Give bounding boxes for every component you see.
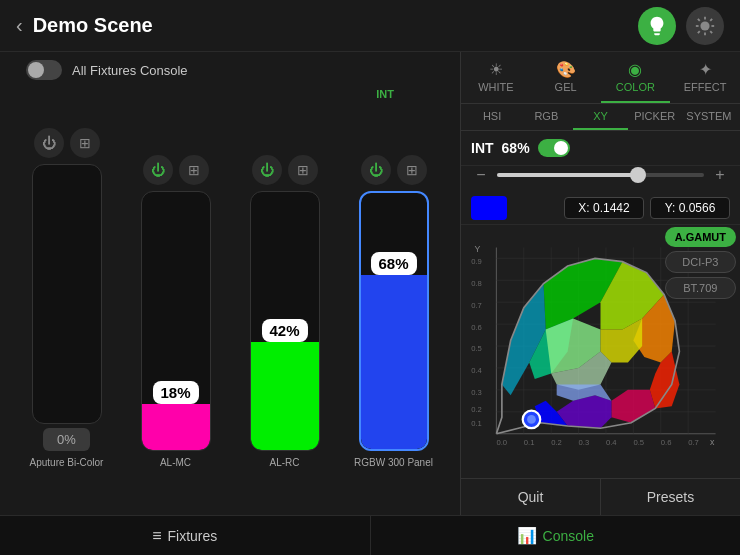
fixture-name: AL-MC [160, 457, 191, 468]
header-icons [638, 7, 724, 45]
all-fixtures-toggle[interactable] [26, 60, 62, 80]
svg-text:0.5: 0.5 [633, 438, 644, 447]
sun-icon[interactable] [686, 7, 724, 45]
svg-text:0.7: 0.7 [688, 438, 699, 447]
fixture-name: RGBW 300 Panel [354, 457, 433, 468]
int-plus-button[interactable]: + [710, 166, 730, 184]
fixture-item: ⏻ ⊞ 18% AL-MC [125, 155, 226, 468]
svg-text:0.7: 0.7 [471, 301, 482, 310]
slider-track[interactable]: 68% [359, 191, 429, 451]
int-slider-thumb[interactable] [630, 167, 646, 183]
header: ‹ Demo Scene [0, 0, 740, 52]
svg-point-0 [700, 21, 709, 30]
sliders-button[interactable]: ⊞ [179, 155, 209, 185]
tab-effect-label: EFFECT [684, 81, 727, 93]
fixture-item: ⏻ ⊞ 0% Aputure Bi-Color [16, 128, 117, 468]
sliders-button[interactable]: ⊞ [70, 128, 100, 158]
color-panel-bottom: Quit Presets [461, 478, 740, 515]
fixture-controls: ⏻ ⊞ [252, 155, 318, 185]
zero-badge: 0% [43, 428, 90, 451]
svg-text:0.9: 0.9 [471, 257, 482, 266]
svg-line-4 [710, 31, 712, 33]
fixture-controls: ⏻ ⊞ [361, 155, 427, 185]
fixtures-icon: ≡ [152, 527, 161, 545]
svg-text:0.1: 0.1 [524, 438, 535, 447]
int-pct: 68% [502, 140, 530, 156]
power-button[interactable]: ⏻ [361, 155, 391, 185]
gamut-dcip3-button[interactable]: DCI-P3 [665, 251, 736, 273]
tab-color[interactable]: ◉ COLOR [601, 52, 671, 103]
tab-system[interactable]: SYSTEM [682, 104, 736, 130]
gamut-bt709-button[interactable]: BT.709 [665, 277, 736, 299]
tab-hsi[interactable]: HSI [465, 104, 519, 130]
color-preview-row: X: 0.1442 Y: 0.0566 [461, 192, 740, 225]
tab-gel-label: GEL [555, 81, 577, 93]
coord-x[interactable]: X: 0.1442 [564, 197, 644, 219]
chromaticity-area[interactable]: A.GAMUT DCI-P3 BT.709 0.9 0.8 0.7 0.6 0.… [461, 225, 740, 478]
tab-xy[interactable]: XY [573, 104, 627, 130]
tab-white-label: WHITE [478, 81, 513, 93]
effect-icon: ✦ [699, 60, 712, 79]
page-title: Demo Scene [33, 14, 638, 37]
slider-pct: 18% [152, 381, 198, 404]
svg-text:x: x [710, 437, 715, 447]
coord-inputs: X: 0.1442 Y: 0.0566 [515, 197, 730, 219]
tab-picker[interactable]: PICKER [628, 104, 682, 130]
svg-text:0.6: 0.6 [661, 438, 672, 447]
slider-track[interactable]: 42% [250, 191, 320, 451]
back-button[interactable]: ‹ [16, 14, 23, 37]
svg-line-3 [698, 18, 700, 20]
coord-y[interactable]: Y: 0.0566 [650, 197, 730, 219]
svg-text:0.4: 0.4 [606, 438, 617, 447]
presets-button[interactable]: Presets [601, 479, 740, 515]
console-label: Console [543, 528, 594, 544]
gamut-agamut-button[interactable]: A.GAMUT [665, 227, 736, 247]
sliders-button[interactable]: ⊞ [288, 155, 318, 185]
slider-track[interactable]: 18% [141, 191, 211, 451]
color-swatch[interactable] [471, 196, 507, 220]
int-slider[interactable] [497, 173, 704, 177]
svg-point-59 [527, 415, 536, 424]
color-tabs-sub: HSI RGB XY PICKER SYSTEM [461, 104, 740, 131]
bulb-icon[interactable] [638, 7, 676, 45]
bottom-bar: ≡ Fixtures 📊 Console [0, 515, 740, 555]
fixture-name: AL-RC [269, 457, 299, 468]
svg-text:0.6: 0.6 [471, 323, 482, 332]
fixture-item: ⏻ ⊞ 68% RGBW 300 Panel [343, 155, 444, 468]
quit-button[interactable]: Quit [461, 479, 601, 515]
slider-track[interactable] [32, 164, 102, 424]
power-button[interactable]: ⏻ [252, 155, 282, 185]
tab-effect[interactable]: ✦ EFFECT [670, 52, 740, 103]
console-button[interactable]: 📊 Console [371, 516, 741, 555]
int-indicator: INT [320, 88, 450, 100]
gel-icon: 🎨 [556, 60, 576, 79]
power-button[interactable]: ⏻ [143, 155, 173, 185]
int-toggle[interactable] [538, 139, 570, 157]
svg-text:0.4: 0.4 [471, 366, 482, 375]
all-fixtures-label: All Fixtures Console [72, 63, 188, 78]
slider-pct: 42% [261, 319, 307, 342]
color-panel: ☀ WHITE 🎨 GEL ◉ COLOR ✦ EFFECT HSI RGB X… [460, 52, 740, 515]
power-button[interactable]: ⏻ [34, 128, 64, 158]
slider-fill [142, 404, 210, 450]
tab-white[interactable]: ☀ WHITE [461, 52, 531, 103]
svg-text:0.5: 0.5 [471, 345, 482, 354]
tab-rgb[interactable]: RGB [519, 104, 573, 130]
tab-gel[interactable]: 🎨 GEL [531, 52, 601, 103]
fixture-item: ⏻ ⊞ 42% AL-RC [234, 155, 335, 468]
int-minus-button[interactable]: − [471, 166, 491, 184]
main-content: All Fixtures Console INT ⏻ ⊞ 0% Aputure … [0, 52, 740, 515]
fixture-name: Aputure Bi-Color [30, 457, 104, 468]
svg-text:0.2: 0.2 [551, 438, 562, 447]
svg-text:0.3: 0.3 [471, 388, 482, 397]
console-icon: 📊 [517, 526, 537, 545]
svg-marker-50 [611, 390, 655, 423]
svg-line-8 [710, 18, 712, 20]
fixtures-grid: ⏻ ⊞ 0% Aputure Bi-Color ⏻ ⊞ 18% AL-MC [10, 102, 450, 472]
fixtures-button[interactable]: ≡ Fixtures [0, 516, 371, 555]
int-slider-row: − + [461, 166, 740, 192]
sliders-button[interactable]: ⊞ [397, 155, 427, 185]
slider-fill [361, 275, 427, 449]
fixture-controls: ⏻ ⊞ [34, 128, 100, 158]
all-fixtures-row: All Fixtures Console [10, 52, 450, 88]
